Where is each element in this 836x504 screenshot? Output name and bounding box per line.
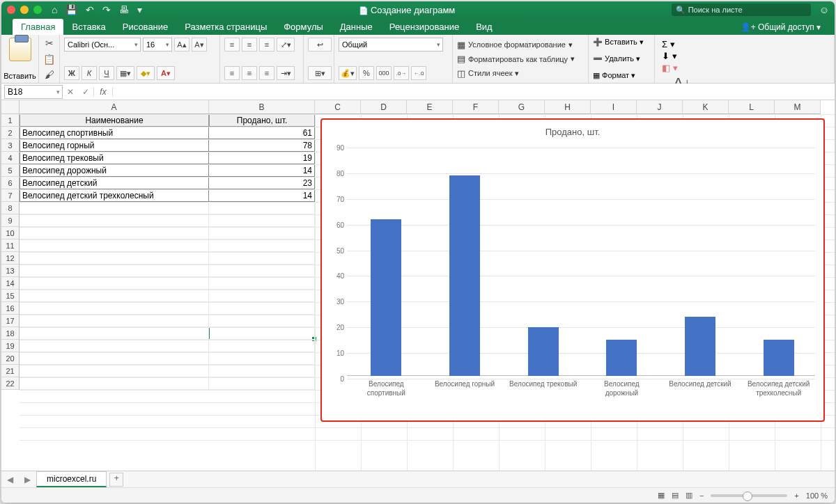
empty-cell[interactable] xyxy=(20,315,209,327)
col-header[interactable]: K xyxy=(683,100,729,114)
row-header[interactable]: 11 xyxy=(1,239,20,252)
fill-icon[interactable]: ⬇ ▾ xyxy=(662,51,827,61)
row-header[interactable]: 2 xyxy=(1,127,20,139)
empty-cell[interactable] xyxy=(209,315,315,327)
tab-layout[interactable]: Разметка страницы xyxy=(176,19,275,35)
search-input[interactable]: 🔍 Поиск на листе xyxy=(672,3,811,16)
row-header[interactable]: 12 xyxy=(1,252,20,265)
table-cell[interactable]: 78 xyxy=(209,139,315,152)
empty-cell[interactable] xyxy=(20,327,209,340)
border-button[interactable]: ▦▾ xyxy=(116,66,134,80)
col-header[interactable]: F xyxy=(453,100,499,114)
confirm-formula-icon[interactable]: ✓ xyxy=(78,87,93,97)
home-icon[interactable]: ⌂ xyxy=(52,4,57,15)
chart-bar[interactable] xyxy=(685,317,715,376)
empty-cell[interactable] xyxy=(209,277,315,290)
align-left-icon[interactable]: ≡ xyxy=(224,66,240,80)
increase-font-icon[interactable]: A▴ xyxy=(174,38,189,52)
conditional-formatting-button[interactable]: ▦Условное форматирование ▾ xyxy=(457,38,584,52)
zoom-out-icon[interactable]: − xyxy=(699,491,704,500)
row-header[interactable]: 13 xyxy=(1,265,20,277)
empty-cell[interactable] xyxy=(20,277,209,290)
col-header[interactable]: J xyxy=(637,100,683,114)
row-header[interactable]: 1 xyxy=(1,114,20,127)
feedback-icon[interactable]: ☺ xyxy=(819,4,829,15)
cut-icon[interactable]: ✂ xyxy=(45,38,54,49)
tab-review[interactable]: Рецензирование xyxy=(381,19,467,35)
table-cell[interactable]: 14 xyxy=(209,164,315,177)
undo-icon[interactable]: ↶ xyxy=(86,4,94,15)
table-cell[interactable]: 23 xyxy=(209,177,315,189)
row-header[interactable]: 5 xyxy=(1,164,20,177)
row-header[interactable]: 14 xyxy=(1,277,20,290)
empty-cell[interactable] xyxy=(209,352,315,365)
col-header[interactable]: M xyxy=(775,100,821,114)
view-break-icon[interactable]: ▥ xyxy=(686,491,692,500)
row-header[interactable]: 18 xyxy=(1,327,20,340)
row-header[interactable]: 15 xyxy=(1,290,20,302)
empty-cell[interactable] xyxy=(20,377,209,390)
print-icon[interactable]: 🖶 xyxy=(119,4,129,15)
view-layout-icon[interactable]: ▤ xyxy=(672,491,679,500)
delete-cells-button[interactable]: ➖ Удалить ▾ xyxy=(593,54,650,63)
select-all-corner[interactable] xyxy=(1,100,20,114)
col-header[interactable]: H xyxy=(545,100,591,114)
italic-button[interactable]: К xyxy=(82,66,97,80)
row-header[interactable]: 19 xyxy=(1,340,20,352)
tab-insert[interactable]: Вставка xyxy=(63,19,114,35)
zoom-slider[interactable] xyxy=(711,494,787,497)
redo-icon[interactable]: ↷ xyxy=(102,4,111,15)
table-cell[interactable]: Велосипед трековый xyxy=(20,152,209,164)
save-icon[interactable]: 💾 xyxy=(65,4,77,15)
thousands-icon[interactable]: 000 xyxy=(376,66,392,80)
row-header[interactable]: 3 xyxy=(1,139,20,152)
percent-icon[interactable]: % xyxy=(359,66,374,80)
close-window-icon[interactable] xyxy=(7,6,15,14)
table-cell[interactable]: Велосипед дорожный xyxy=(20,164,209,177)
font-size-select[interactable]: 16 xyxy=(143,38,172,52)
format-as-table-button[interactable]: ▤Форматировать как таблицу ▾ xyxy=(457,52,584,66)
table-cell[interactable]: 14 xyxy=(209,189,315,202)
table-cell[interactable]: Велосипед горный xyxy=(20,139,209,152)
col-header-a[interactable]: A xyxy=(20,100,209,114)
autosum-icon[interactable]: Σ ▾ xyxy=(662,39,827,49)
row-header[interactable]: 8 xyxy=(1,202,20,214)
increase-decimal-icon[interactable]: .0→ xyxy=(394,66,409,80)
chart-bar[interactable] xyxy=(371,219,401,376)
align-center-icon[interactable]: ≡ xyxy=(242,66,257,80)
currency-icon[interactable]: 💰▾ xyxy=(339,66,357,80)
share-button[interactable]: 👤+ Общий доступ ▾ xyxy=(734,19,828,35)
row-header[interactable]: 7 xyxy=(1,189,20,202)
decrease-font-icon[interactable]: A▾ xyxy=(192,38,207,52)
empty-cell[interactable] xyxy=(209,239,315,252)
empty-cell[interactable] xyxy=(209,377,315,390)
empty-cell[interactable] xyxy=(20,352,209,365)
spreadsheet-grid[interactable]: A B C D E F G H I J K L M 12345678910111… xyxy=(1,100,835,471)
name-box[interactable]: B18 xyxy=(4,85,63,99)
empty-cell[interactable] xyxy=(209,290,315,302)
row-header[interactable]: 6 xyxy=(1,177,20,189)
align-top-icon[interactable]: ≡ xyxy=(224,38,240,52)
empty-cell[interactable] xyxy=(20,239,209,252)
tab-formulas[interactable]: Формулы xyxy=(275,19,332,35)
col-header[interactable]: E xyxy=(407,100,453,114)
format-cells-button[interactable]: ▦ Формат ▾ xyxy=(593,71,650,80)
table-cell[interactable]: 19 xyxy=(209,152,315,164)
table-cell[interactable]: Велосипед детский xyxy=(20,177,209,189)
tab-home[interactable]: Главная xyxy=(13,19,63,35)
chart-bar[interactable] xyxy=(449,175,480,376)
empty-cell[interactable] xyxy=(209,340,315,352)
merge-icon[interactable]: ⊞▾ xyxy=(308,66,332,80)
empty-cell[interactable] xyxy=(209,365,315,377)
empty-cell[interactable] xyxy=(209,265,315,277)
empty-cell[interactable] xyxy=(20,340,209,352)
add-sheet-button[interactable]: + xyxy=(109,473,123,487)
col-header[interactable]: L xyxy=(729,100,775,114)
col-header[interactable]: C xyxy=(315,100,361,114)
row-header[interactable]: 22 xyxy=(1,377,20,390)
copy-icon[interactable]: 📋 xyxy=(43,54,55,65)
empty-cell[interactable] xyxy=(20,214,209,227)
empty-cell[interactable] xyxy=(20,265,209,277)
align-right-icon[interactable]: ≡ xyxy=(259,66,274,80)
cancel-formula-icon[interactable]: ✕ xyxy=(63,87,78,97)
